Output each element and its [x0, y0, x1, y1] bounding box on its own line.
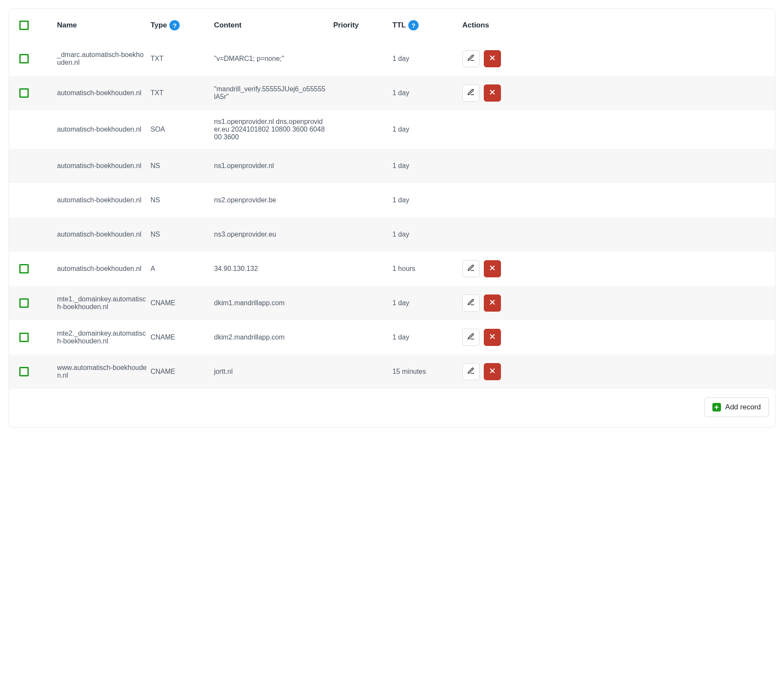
- row-select-checkbox[interactable]: [19, 367, 29, 376]
- table-header-row: Name Type ? Content Priority TTL ? Actio…: [9, 9, 775, 42]
- edit-button[interactable]: [462, 329, 479, 346]
- close-icon: [488, 333, 496, 342]
- close-icon: [488, 264, 496, 274]
- pencil-icon: [467, 54, 475, 64]
- edit-button[interactable]: [462, 260, 479, 277]
- row-content: ns2.openprovider.be: [214, 196, 330, 204]
- row-actions: [462, 260, 769, 277]
- row-checkbox-cell: [15, 367, 54, 376]
- delete-button[interactable]: [484, 50, 501, 67]
- row-ttl: 1 hours: [392, 265, 459, 273]
- row-type: NS: [151, 231, 211, 238]
- add-record-button[interactable]: + Add record: [704, 397, 769, 417]
- row-name: automatisch-boekhouden.nl: [57, 265, 147, 273]
- dns-records-panel: Name Type ? Content Priority TTL ? Actio…: [9, 9, 775, 428]
- add-record-label: Add record: [725, 403, 761, 412]
- row-select-checkbox[interactable]: [19, 333, 29, 342]
- header-checkbox-cell: [15, 21, 54, 30]
- close-icon: [488, 88, 496, 98]
- row-checkbox-cell: [15, 333, 54, 342]
- row-name: mte2._domainkey.automatisch-boekhouden.n…: [57, 330, 147, 345]
- edit-button[interactable]: [462, 294, 479, 312]
- header-type-label: Type: [151, 21, 167, 30]
- delete-button[interactable]: [484, 294, 501, 312]
- row-type: TXT: [151, 55, 211, 63]
- row-name: automatisch-boekhouden.nl: [57, 126, 147, 133]
- row-checkbox-cell: [15, 264, 54, 273]
- edit-button[interactable]: [462, 363, 479, 380]
- row-ttl: 15 minutes: [392, 368, 459, 376]
- row-type: SOA: [151, 126, 211, 133]
- close-icon: [488, 54, 496, 64]
- edit-button[interactable]: [462, 50, 479, 67]
- table-row: automatisch-boekhouden.nlNSns2.openprovi…: [9, 183, 775, 217]
- header-type: Type ?: [151, 20, 211, 30]
- header-priority: Priority: [333, 21, 389, 30]
- row-type: CNAME: [151, 368, 211, 376]
- select-all-checkbox[interactable]: [19, 21, 29, 30]
- row-type: TXT: [151, 89, 211, 97]
- pencil-icon: [467, 298, 475, 308]
- table-row: automatisch-boekhouden.nlA34.90.130.1321…: [9, 252, 775, 286]
- row-content: "mandrill_verify.55555JUej6_o55555lA5r": [214, 85, 330, 101]
- row-ttl: 1 day: [392, 299, 459, 307]
- row-type: NS: [151, 196, 211, 204]
- row-ttl: 1 day: [392, 196, 459, 204]
- row-actions: [462, 363, 769, 380]
- table-row: automatisch-boekhouden.nlSOAns1.openprov…: [9, 110, 775, 149]
- row-type: CNAME: [151, 299, 211, 307]
- row-select-checkbox[interactable]: [19, 54, 29, 63]
- header-name: Name: [57, 21, 147, 30]
- row-content: ns1.openprovider.nl: [214, 162, 330, 170]
- row-name: automatisch-boekhouden.nl: [57, 89, 147, 97]
- row-name: _dmarc.automatisch-boekhouden.nl: [57, 51, 147, 66]
- table-row: automatisch-boekhouden.nlNSns3.openprovi…: [9, 217, 775, 252]
- pencil-icon: [467, 367, 475, 377]
- header-actions: Actions: [462, 21, 769, 30]
- row-actions: [462, 84, 769, 102]
- row-content: "v=DMARC1; p=none;": [214, 55, 330, 63]
- help-icon[interactable]: ?: [408, 20, 419, 30]
- header-ttl: TTL ?: [392, 20, 459, 30]
- row-checkbox-cell: [15, 54, 54, 63]
- row-name: mte1._domainkey.automatisch-boekhouden.n…: [57, 295, 147, 311]
- plus-icon: +: [712, 403, 721, 412]
- table-row: _dmarc.automatisch-boekhouden.nlTXT"v=DM…: [9, 42, 775, 76]
- row-checkbox-cell: [15, 88, 54, 98]
- row-content: ns1.openprovider.nl dns.openprovider.eu …: [214, 118, 330, 141]
- delete-button[interactable]: [484, 363, 501, 380]
- close-icon: [488, 298, 496, 308]
- row-name: automatisch-boekhouden.nl: [57, 162, 147, 170]
- table-row: mte2._domainkey.automatisch-boekhouden.n…: [9, 320, 775, 355]
- row-name: automatisch-boekhouden.nl: [57, 231, 147, 238]
- pencil-icon: [467, 264, 475, 274]
- delete-button[interactable]: [484, 84, 501, 102]
- row-content: dkim1.mandrillapp.com: [214, 299, 330, 307]
- panel-footer: + Add record: [9, 389, 775, 427]
- table-row: automatisch-boekhouden.nlTXT"mandrill_ve…: [9, 76, 775, 110]
- row-type: A: [151, 265, 211, 273]
- delete-button[interactable]: [484, 260, 501, 277]
- row-actions: [462, 329, 769, 346]
- row-type: NS: [151, 162, 211, 170]
- edit-button[interactable]: [462, 84, 479, 102]
- row-ttl: 1 day: [392, 231, 459, 238]
- row-select-checkbox[interactable]: [19, 264, 29, 273]
- row-checkbox-cell: [15, 298, 54, 308]
- row-ttl: 1 day: [392, 162, 459, 170]
- row-content: 34.90.130.132: [214, 265, 330, 273]
- row-actions: [462, 50, 769, 67]
- row-name: www.automatisch-boekhouden.nl: [57, 364, 147, 379]
- row-select-checkbox[interactable]: [19, 88, 29, 98]
- row-ttl: 1 day: [392, 89, 459, 97]
- header-ttl-label: TTL: [392, 21, 406, 30]
- help-icon[interactable]: ?: [169, 20, 180, 30]
- pencil-icon: [467, 88, 475, 98]
- delete-button[interactable]: [484, 329, 501, 346]
- row-ttl: 1 day: [392, 333, 459, 341]
- close-icon: [488, 367, 496, 377]
- row-select-checkbox[interactable]: [19, 298, 29, 308]
- row-content: ns3.openprovider.eu: [214, 231, 330, 238]
- row-actions: [462, 294, 769, 312]
- row-content: dkim2.mandrillapp.com: [214, 333, 330, 341]
